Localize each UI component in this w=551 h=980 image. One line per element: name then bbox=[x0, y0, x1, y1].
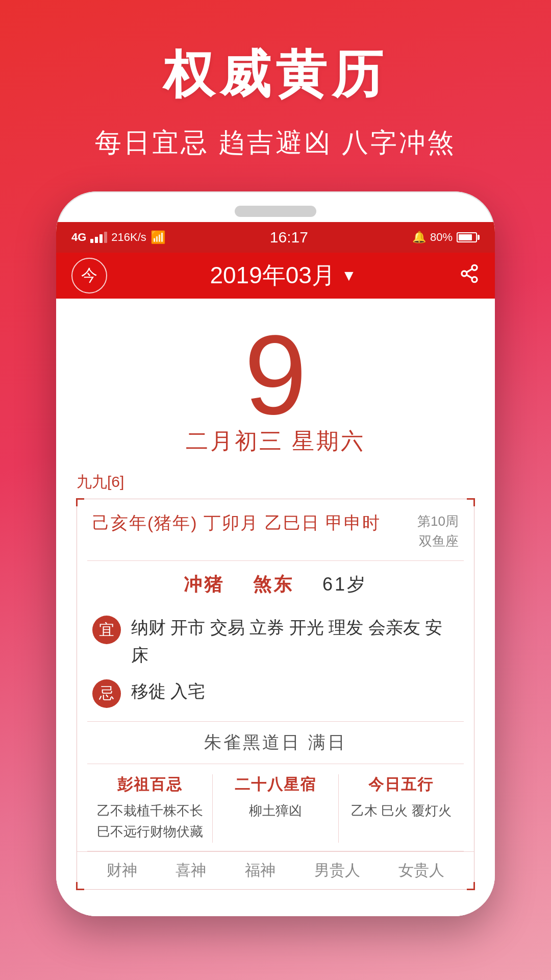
status-time: 16:17 bbox=[270, 229, 308, 246]
dropdown-icon: ▼ bbox=[341, 267, 357, 284]
battery-percent: 80% bbox=[430, 231, 453, 244]
app-title: 权威黄历 bbox=[163, 41, 388, 110]
ji-row: 忌 移徙 入宅 bbox=[92, 677, 459, 708]
lunar-date: 二月初三 星期六 bbox=[186, 426, 365, 456]
yi-text: 纳财 开市 交易 立券 开光 理发 会亲友 安床 bbox=[131, 614, 459, 669]
ganzhi-text: 己亥年(猪年) 丁卯月 乙巳日 甲申时 bbox=[92, 511, 381, 535]
corner-br-decoration bbox=[467, 882, 475, 890]
ganzhi-row: 己亥年(猪年) 丁卯月 乙巳日 甲申时 第10周 双鱼座 bbox=[77, 499, 474, 560]
nvgui-label: 女贵人 bbox=[398, 860, 444, 881]
bottom-row: 财神 喜神 福神 男贵人 女贵人 bbox=[77, 851, 474, 889]
yi-label: 宜 bbox=[99, 620, 114, 641]
status-left: 4G 216K/s 📶 bbox=[71, 230, 166, 244]
info-section: 九九[6] 己亥年(猪年) 丁卯月 乙巳日 甲申时 第10周 双鱼座 bbox=[56, 472, 495, 916]
corner-bl-decoration bbox=[76, 882, 84, 890]
month-title[interactable]: 2019年03月 ▼ bbox=[210, 260, 356, 291]
info-card: 己亥年(猪年) 丁卯月 乙巳日 甲申时 第10周 双鱼座 冲猪 煞东 bbox=[77, 499, 474, 890]
fushen-label: 福神 bbox=[245, 860, 276, 881]
today-button[interactable]: 今 bbox=[71, 258, 107, 293]
main-content: 9 二月初三 星期六 九九[6] 己亥年(猪年) 丁卯月 乙巳日 甲申时 第 bbox=[56, 299, 495, 916]
share-button[interactable] bbox=[459, 263, 480, 288]
svg-line-4 bbox=[466, 268, 472, 272]
info-card-wrapper: 己亥年(猪年) 丁卯月 乙巳日 甲申时 第10周 双鱼座 冲猪 煞东 bbox=[77, 499, 474, 890]
app-subtitle: 每日宜忌 趋吉避凶 八字冲煞 bbox=[95, 125, 457, 161]
ji-label: 忌 bbox=[99, 683, 114, 704]
ji-badge: 忌 bbox=[92, 679, 121, 708]
signal-bars-icon bbox=[90, 232, 107, 243]
svg-line-3 bbox=[466, 275, 472, 278]
nangui-label: 男贵人 bbox=[314, 860, 360, 881]
phone-frame: 4G 216K/s 📶 16:17 🔔 80% 今 2019年03月 ▼ bbox=[56, 191, 495, 916]
pengzu-col: 彭祖百忌 乙不栽植千株不长巳不远行财物伏藏 bbox=[87, 774, 212, 843]
corner-tl-decoration bbox=[76, 498, 84, 506]
special-day-row: 朱雀黑道日 满日 bbox=[77, 722, 474, 764]
chong-row: 冲猪 煞东 61岁 bbox=[77, 561, 474, 608]
battery-icon bbox=[457, 232, 480, 242]
xiu-col: 二十八星宿 柳土獐凶 bbox=[213, 774, 338, 843]
xishing-label: 喜神 bbox=[176, 860, 206, 881]
status-right: 🔔 80% bbox=[412, 231, 480, 244]
age-label: 61岁 bbox=[322, 574, 367, 595]
jiu-label: 九九[6] bbox=[77, 472, 474, 493]
three-cols: 彭祖百忌 乙不栽植千株不长巳不远行财物伏藏 二十八星宿 柳土獐凶 今日五行 乙木… bbox=[77, 764, 474, 843]
alarm-icon: 🔔 bbox=[412, 231, 426, 244]
pengzu-content: 乙不栽植千株不长巳不远行财物伏藏 bbox=[97, 800, 203, 843]
zodiac-label: 双鱼座 bbox=[417, 531, 459, 551]
wuxing-title: 今日五行 bbox=[368, 774, 434, 795]
special-day-text: 朱雀黑道日 满日 bbox=[204, 732, 346, 752]
caishing-label: 财神 bbox=[107, 860, 137, 881]
wifi-icon: 📶 bbox=[151, 230, 166, 244]
network-label: 4G bbox=[71, 231, 86, 244]
yi-ji-section: 宜 纳财 开市 交易 立券 开光 理发 会亲友 安床 忌 移徙 入宅 bbox=[77, 608, 474, 721]
date-display: 9 二月初三 星期六 bbox=[56, 299, 495, 472]
week-zodiac: 第10周 双鱼座 bbox=[417, 511, 459, 551]
sha-label: 煞东 bbox=[253, 574, 294, 595]
ji-text: 移徙 入宅 bbox=[131, 677, 459, 705]
month-text: 2019年03月 bbox=[210, 260, 335, 291]
wuxing-content: 乙木 巳火 覆灯火 bbox=[351, 800, 451, 822]
week-label: 第10周 bbox=[417, 511, 459, 531]
app-header: 今 2019年03月 ▼ bbox=[56, 253, 495, 299]
xiu-title: 二十八星宿 bbox=[235, 774, 316, 795]
yi-badge: 宜 bbox=[92, 616, 121, 644]
pengzu-title: 彭祖百忌 bbox=[117, 774, 183, 795]
wuxing-col: 今日五行 乙木 巳火 覆灯火 bbox=[339, 774, 464, 843]
chong-label: 冲猪 bbox=[184, 574, 224, 595]
corner-tr-decoration bbox=[467, 498, 475, 506]
status-bar: 4G 216K/s 📶 16:17 🔔 80% bbox=[56, 222, 495, 253]
today-label: 今 bbox=[81, 264, 97, 287]
top-section: 权威黄历 每日宜忌 趋吉避凶 八字冲煞 bbox=[0, 0, 551, 191]
big-date: 9 bbox=[244, 319, 307, 431]
speed-label: 216K/s bbox=[111, 231, 146, 244]
yi-row: 宜 纳财 开市 交易 立券 开光 理发 会亲友 安床 bbox=[92, 614, 459, 669]
xiu-content: 柳土獐凶 bbox=[249, 800, 302, 822]
